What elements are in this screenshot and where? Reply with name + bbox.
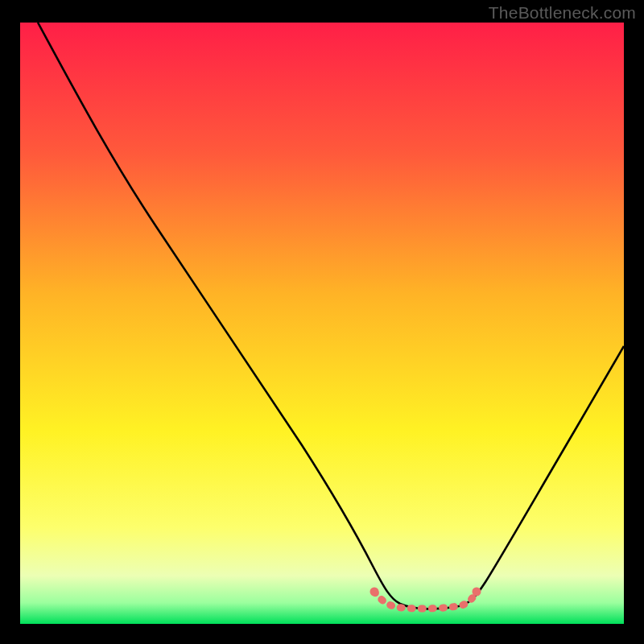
optimal-range-end-dot <box>473 588 481 597</box>
plot-area <box>20 23 624 624</box>
optimal-range-start-dot <box>370 588 379 597</box>
chart-frame: TheBottleneck.com <box>0 0 644 644</box>
chart-curves <box>20 23 624 624</box>
bottleneck-curve <box>38 23 624 609</box>
watermark-text: TheBottleneck.com <box>489 3 636 23</box>
